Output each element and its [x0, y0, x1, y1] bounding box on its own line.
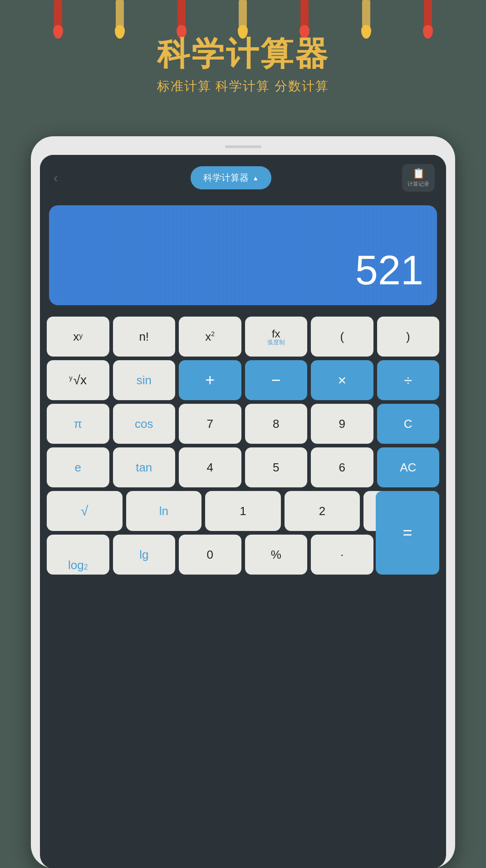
- title-section: 科学计算器 标准计算 科学计算 分数计算: [0, 34, 486, 95]
- key-equals[interactable]: =: [376, 491, 439, 575]
- key-fx[interactable]: fx 弧度制: [245, 317, 308, 357]
- key-open-paren[interactable]: (: [311, 317, 373, 357]
- back-button[interactable]: ‹: [51, 169, 60, 188]
- key-row-3: π cos 7 8 9 C: [47, 404, 439, 444]
- key-lg[interactable]: lg: [113, 535, 176, 575]
- key-all-clear[interactable]: AC: [377, 447, 440, 487]
- calculator-display: 521: [49, 205, 437, 305]
- deco-4: [238, 0, 248, 39]
- subtitle: 标准计算 科学计算 分数计算: [0, 78, 486, 95]
- header-title-label: 科学计算器: [203, 172, 249, 184]
- key-9[interactable]: 9: [311, 404, 373, 444]
- deco-5: [299, 0, 309, 39]
- key-ln[interactable]: ln: [126, 491, 202, 531]
- key-row-2: y √x sin + − × ÷: [47, 360, 439, 400]
- device-frame: ‹ 科学计算器 ▲ 📋 计算记录 521 x: [31, 136, 455, 868]
- key-sin[interactable]: sin: [113, 360, 176, 400]
- key-factorial[interactable]: n!: [113, 317, 176, 357]
- title-dropdown-button[interactable]: 科学计算器 ▲: [191, 166, 271, 189]
- key-multiply[interactable]: ×: [311, 360, 373, 400]
- key-percent[interactable]: %: [245, 535, 308, 575]
- deco-3: [177, 0, 187, 39]
- key-6[interactable]: 6: [311, 447, 373, 487]
- app-screen: ‹ 科学计算器 ▲ 📋 计算记录 521 x: [40, 155, 446, 868]
- key-5[interactable]: 5: [245, 447, 308, 487]
- key-euler[interactable]: e: [47, 447, 109, 487]
- key-row-4: e tan 4 5 6 AC: [47, 447, 439, 487]
- key-divide[interactable]: ÷: [377, 360, 440, 400]
- key-square[interactable]: x2: [179, 317, 241, 357]
- main-title: 科学计算器: [0, 34, 486, 73]
- key-close-paren[interactable]: ): [377, 317, 440, 357]
- key-4[interactable]: 4: [179, 447, 241, 487]
- deco-7: [423, 0, 433, 39]
- key-pi[interactable]: π: [47, 404, 109, 444]
- history-label: 计算记录: [407, 180, 429, 188]
- app-header: ‹ 科学计算器 ▲ 📋 计算记录: [40, 155, 446, 201]
- key-minus[interactable]: −: [245, 360, 308, 400]
- key-xy[interactable]: x y: [47, 317, 109, 357]
- key-log2[interactable]: log 2: [47, 535, 109, 575]
- history-button[interactable]: 📋 计算记录: [402, 164, 435, 192]
- top-decorations: [0, 0, 486, 39]
- history-icon: 📋: [412, 168, 425, 179]
- key-decimal[interactable]: ·: [311, 535, 373, 575]
- dropdown-arrow-icon: ▲: [252, 174, 259, 182]
- deco-6: [361, 0, 371, 39]
- key-row-1: x y n! x2 fx 弧度制 ( ): [47, 317, 439, 357]
- key-0[interactable]: 0: [179, 535, 241, 575]
- key-7[interactable]: 7: [179, 404, 241, 444]
- key-clear[interactable]: C: [377, 404, 440, 444]
- key-2[interactable]: 2: [285, 491, 360, 531]
- key-cos[interactable]: cos: [113, 404, 176, 444]
- keyboard: x y n! x2 fx 弧度制 ( ): [40, 312, 446, 581]
- display-value: 521: [355, 247, 423, 294]
- deco-1: [53, 0, 63, 39]
- device-notch: [225, 145, 261, 148]
- deco-2: [115, 0, 125, 39]
- key-sqrt[interactable]: √: [47, 491, 123, 531]
- key-8[interactable]: 8: [245, 404, 308, 444]
- key-nth-root[interactable]: y √x: [47, 360, 109, 400]
- key-row-5: √ ln 1 2 3 =: [47, 491, 439, 531]
- key-1[interactable]: 1: [205, 491, 281, 531]
- key-tan[interactable]: tan: [113, 447, 176, 487]
- key-plus[interactable]: +: [179, 360, 241, 400]
